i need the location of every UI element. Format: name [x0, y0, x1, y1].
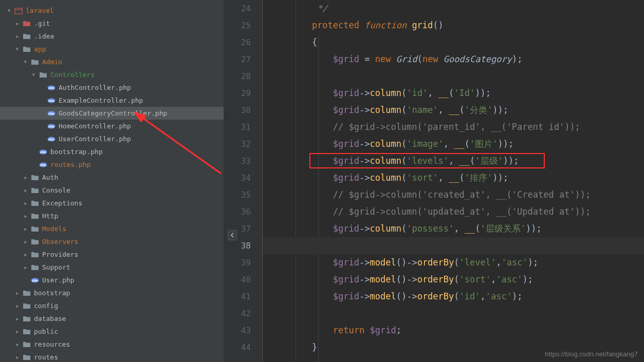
- code-content[interactable]: */ protected function grid() { $grid = n…: [263, 0, 644, 362]
- tree-file-item[interactable]: ▶phpGoodsCategoryController.php: [0, 107, 224, 120]
- chevron-right-icon[interactable]: ▶: [14, 329, 21, 335]
- code-token: __: [465, 223, 475, 234]
- tree-folder-item[interactable]: ▶Providers: [0, 248, 224, 261]
- code-token: 'id': [407, 88, 428, 98]
- tree-file-item[interactable]: ▶phproutes.php: [0, 158, 224, 171]
- tree-folder-item[interactable]: ▶Observers: [0, 235, 224, 248]
- chevron-down-icon[interactable]: ▶: [6, 8, 12, 14]
- line-number[interactable]: 27: [224, 51, 262, 68]
- chevron-right-icon[interactable]: ▶: [14, 316, 21, 322]
- tree-folder-item[interactable]: ▶app: [0, 43, 224, 55]
- chevron-right-icon[interactable]: ▶: [23, 226, 29, 232]
- code-line[interactable]: $grid->model()->orderBy('sort','asc');: [263, 271, 644, 288]
- line-number[interactable]: 28: [224, 68, 262, 85]
- code-token: [270, 54, 333, 64]
- chevron-right-icon[interactable]: ▶: [14, 303, 21, 309]
- line-number[interactable]: 44: [224, 339, 262, 356]
- chevron-right-icon[interactable]: ▶: [14, 341, 21, 348]
- tree-file-item[interactable]: ▶phpAuthController.php: [0, 81, 224, 94]
- line-number[interactable]: 43: [224, 322, 262, 339]
- tree-folder-item[interactable]: ▶Exceptions: [0, 197, 224, 209]
- tree-folder-item[interactable]: ▶.idea: [0, 30, 224, 43]
- code-line[interactable]: {: [263, 34, 644, 51]
- panel-collapse-button[interactable]: [228, 230, 237, 240]
- code-line[interactable]: // $grid->column('updated_at', __('Updat…: [263, 203, 644, 220]
- line-number[interactable]: 31: [224, 119, 262, 136]
- tree-folder-item[interactable]: ▶routes: [0, 351, 224, 362]
- line-number[interactable]: 39: [224, 254, 262, 271]
- code-line[interactable]: $grid->column('sort', __('排序'));: [263, 169, 644, 186]
- tree-folder-item[interactable]: ▶bootstrap: [0, 287, 224, 299]
- line-number[interactable]: 26: [224, 34, 262, 51]
- code-line[interactable]: [263, 305, 644, 322]
- line-number[interactable]: 24: [224, 0, 262, 17]
- chevron-right-icon[interactable]: ▶: [23, 175, 29, 181]
- tree-folder-item[interactable]: ▶config: [0, 299, 224, 312]
- tree-folder-item[interactable]: ▶resources: [0, 338, 224, 351]
- code-line[interactable]: $grid->column('levels', __('层级'));: [263, 153, 644, 169]
- tree-folder-item[interactable]: ▶Http: [0, 209, 224, 222]
- code-line[interactable]: protected function grid(): [263, 17, 644, 34]
- line-number[interactable]: 36: [224, 203, 262, 220]
- chevron-right-icon[interactable]: ▶: [23, 187, 29, 194]
- tree-folder-item[interactable]: ▶Console: [0, 184, 224, 197]
- line-number[interactable]: 25: [224, 17, 262, 34]
- code-line[interactable]: [263, 68, 644, 85]
- tree-folder-item[interactable]: ▶Controllers: [0, 68, 224, 81]
- line-number[interactable]: 41: [224, 288, 262, 305]
- code-line[interactable]: $grid->column('name', __('分类'));: [263, 102, 644, 119]
- line-number[interactable]: 42: [224, 305, 262, 322]
- tree-file-item[interactable]: ▶phpHomeController.php: [0, 120, 224, 132]
- code-line[interactable]: $grid->column('id', __('Id'));: [263, 85, 644, 102]
- chevron-right-icon[interactable]: ▶: [23, 213, 29, 219]
- code-line[interactable]: */: [263, 0, 644, 17]
- line-number[interactable]: 29: [224, 85, 262, 102]
- chevron-down-icon[interactable]: ▶: [23, 59, 29, 65]
- chevron-right-icon[interactable]: ▶: [23, 239, 29, 245]
- code-line[interactable]: return $grid;: [263, 322, 644, 339]
- project-root[interactable]: ▶ laravel: [0, 4, 224, 17]
- code-line[interactable]: $grid->model()->orderBy('id','asc');: [263, 288, 644, 305]
- tree-item-label: Models: [42, 225, 66, 233]
- line-number[interactable]: 35: [224, 186, 262, 203]
- tree-file-item[interactable]: ▶phpbootstrap.php: [0, 145, 224, 158]
- tree-file-item[interactable]: ▶phpUserController.php: [0, 132, 224, 145]
- chevron-right-icon[interactable]: ▶: [14, 33, 21, 40]
- code-line[interactable]: $grid->model()->orderBy('level','asc');: [263, 254, 644, 271]
- tree-folder-item[interactable]: ▶Auth: [0, 171, 224, 184]
- tree-folder-item[interactable]: ▶public: [0, 325, 224, 338]
- tree-file-item[interactable]: ▶phpExampleController.php: [0, 94, 224, 107]
- code-token: ,: [438, 173, 449, 183]
- tree-folder-item[interactable]: ▶Support: [0, 261, 224, 274]
- line-gutter[interactable]: 2425262728293031323334353637383940414243…: [224, 0, 263, 362]
- chevron-right-icon[interactable]: ▶: [23, 252, 29, 258]
- line-number[interactable]: 33: [224, 153, 262, 169]
- line-number[interactable]: 34: [224, 169, 262, 186]
- line-number[interactable]: 32: [224, 136, 262, 153]
- chevron-down-icon[interactable]: ▶: [31, 72, 37, 78]
- line-number[interactable]: 30: [224, 102, 262, 119]
- code-token: [270, 291, 333, 301]
- code-line[interactable]: // $grid->column('parent_id', __('Parent…: [263, 119, 644, 136]
- tree-folder-item[interactable]: ▶Admin: [0, 55, 224, 68]
- tree-folder-item[interactable]: ▶.git: [0, 17, 224, 30]
- chevron-right-icon[interactable]: ▶: [23, 200, 29, 206]
- code-line[interactable]: // $grid->column('created_at', __('Creat…: [263, 186, 644, 203]
- chevron-down-icon[interactable]: ▶: [14, 46, 21, 52]
- code-editor[interactable]: 2425262728293031323334353637383940414243…: [224, 0, 644, 362]
- chevron-right-icon[interactable]: ▶: [14, 354, 21, 360]
- code-line[interactable]: $grid->column('possess', __('层级关系'));: [263, 220, 644, 237]
- folder-icon: [23, 354, 31, 361]
- project-tree-panel[interactable]: ▶ laravel ▶.git▶.idea▶app▶Admin▶Controll…: [0, 0, 224, 362]
- chevron-right-icon[interactable]: ▶: [23, 264, 29, 271]
- tree-item-label: Support: [42, 263, 70, 271]
- tree-folder-item[interactable]: ▶database: [0, 312, 224, 325]
- chevron-right-icon[interactable]: ▶: [14, 290, 21, 296]
- code-line[interactable]: $grid->column('image', __('图片'));: [263, 136, 644, 153]
- tree-folder-item[interactable]: ▶Models: [0, 222, 224, 235]
- chevron-right-icon[interactable]: ▶: [14, 21, 21, 27]
- code-line[interactable]: $grid = new Grid(new GoodsCategory);: [263, 51, 644, 68]
- line-number[interactable]: 40: [224, 271, 262, 288]
- code-line[interactable]: [263, 237, 644, 254]
- tree-file-item[interactable]: ▶phpUser.php: [0, 274, 224, 287]
